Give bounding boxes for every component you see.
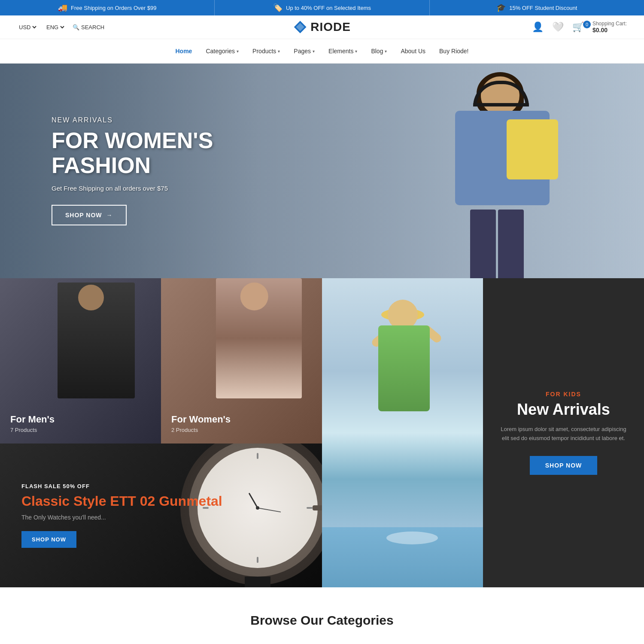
flash-sale-label: FLASH SALE 50% OFF — [21, 483, 222, 489]
watch-title: Classic Style ETT 02 Gunmetal — [21, 493, 222, 509]
chevron-down-icon: ▾ — [355, 49, 357, 54]
hero-description: Get Free Shipping on all orders over $75 — [52, 185, 283, 192]
hero-shop-now-button[interactable]: SHOP NOW → — [52, 205, 127, 225]
cart-area[interactable]: 🛒 0 Shopping Cart: $0.00 — [572, 21, 627, 33]
nav-item-blog[interactable]: Blog ▾ — [366, 45, 392, 57]
shipping-icon: 🚚 — [58, 3, 67, 12]
womens-card-label: For Women's 2 Products — [171, 414, 231, 433]
watch-content: FLASH SALE 50% OFF Classic Style ETT 02 … — [21, 483, 222, 547]
logo-diamond-icon — [293, 20, 307, 34]
nav-item-buy[interactable]: Buy Riode! — [434, 45, 474, 57]
nav-item-elements[interactable]: Elements ▾ — [323, 45, 362, 57]
hero-title: FOR WOMEN'S FASHION — [52, 128, 283, 177]
top-banner: 🚚 Free Shipping on Orders Over $99 🏷️ Up… — [0, 0, 644, 15]
categories-title: Browse Our Categories — [17, 613, 627, 628]
hero-section: NEW ARRIVALS FOR WOMEN'S FASHION Get Fre… — [0, 64, 644, 278]
search-icon: 🔍 — [73, 24, 79, 30]
chevron-down-icon: ▾ — [313, 49, 315, 54]
watch-card[interactable]: FLASH SALE 50% OFF Classic Style ETT 02 … — [0, 444, 322, 587]
chevron-down-icon: ▾ — [237, 49, 239, 54]
kids-subtitle: FOR KIDS — [546, 391, 581, 398]
cart-info: Shopping Cart: $0.00 — [592, 21, 627, 33]
header-right: 👤 🤍 🛒 0 Shopping Cart: $0.00 — [532, 21, 627, 33]
header: USD EUR ENG FR 🔍 SEARCH RIODE 👤 🤍 🛒 0 Sh… — [0, 15, 644, 39]
womens-card[interactable]: For Women's 2 Products — [161, 278, 322, 444]
watch-description: The Only Watches you'll need... — [21, 514, 222, 521]
main-nav: Home Categories ▾ Products ▾ Pages ▾ Ele… — [0, 39, 644, 64]
student-icon: 🎓 — [496, 3, 506, 12]
hero-content: NEW ARRIVALS FOR WOMEN'S FASHION Get Fre… — [52, 116, 283, 225]
currency-selector[interactable]: USD EUR — [17, 24, 38, 31]
banner-sale-text: Up to 40% OFF on Selected Items — [286, 5, 371, 11]
watch-shop-now-button[interactable]: SHOP NOW — [21, 531, 76, 548]
header-left: USD EUR ENG FR 🔍 SEARCH — [17, 24, 104, 31]
banner-item-student: 🎓 15% OFF Student Discount — [430, 0, 644, 15]
product-grid: For Men's 7 Products For Women's 2 Produ… — [0, 278, 644, 587]
nav-item-categories[interactable]: Categories ▾ — [200, 45, 244, 57]
nav-item-about[interactable]: About Us — [395, 45, 431, 57]
logo[interactable]: RIODE — [293, 20, 351, 34]
mens-card-label: For Men's 7 Products — [10, 414, 55, 433]
banner-student-text: 15% OFF Student Discount — [509, 5, 577, 11]
nav-item-home[interactable]: Home — [170, 45, 197, 57]
banner-item-sale: 🏷️ Up to 40% OFF on Selected Items — [215, 0, 429, 15]
hero-subtitle: NEW ARRIVALS — [52, 116, 283, 124]
nav-item-pages[interactable]: Pages ▾ — [289, 45, 320, 57]
account-icon[interactable]: 👤 — [532, 21, 544, 33]
kids-shop-now-button[interactable]: SHOP NOW — [530, 456, 598, 475]
language-selector[interactable]: ENG FR — [45, 24, 66, 31]
arrow-right-icon: → — [106, 212, 113, 219]
chevron-down-icon: ▾ — [278, 49, 280, 54]
cart-icon: 🛒 — [572, 21, 584, 33]
search-button[interactable]: 🔍 SEARCH — [73, 24, 104, 30]
banner-shipping-text: Free Shipping on Orders Over $99 — [71, 5, 156, 11]
search-label: SEARCH — [81, 24, 104, 30]
categories-section: Browse Our Categories 👗 Fashion 📷 Electr… — [0, 587, 644, 644]
hero-image — [395, 64, 610, 278]
banner-item-shipping: 🚚 Free Shipping on Orders Over $99 — [0, 0, 215, 15]
kids-title: New Arrivals — [517, 401, 610, 418]
nav-item-products[interactable]: Products ▾ — [247, 45, 285, 57]
kids-image-card[interactable] — [322, 278, 483, 587]
chevron-down-icon: ▾ — [385, 49, 387, 54]
kids-description: Lorem ipsum dolor sit amet, consectetur … — [500, 425, 627, 443]
sale-icon: 🏷️ — [273, 3, 283, 12]
mens-card[interactable]: For Men's 7 Products — [0, 278, 161, 444]
kids-text-card: FOR KIDS New Arrivals Lorem ipsum dolor … — [483, 278, 644, 587]
logo-text: RIODE — [310, 20, 351, 34]
wishlist-icon[interactable]: 🤍 — [552, 21, 564, 33]
cart-count-badge: 0 — [583, 21, 591, 28]
